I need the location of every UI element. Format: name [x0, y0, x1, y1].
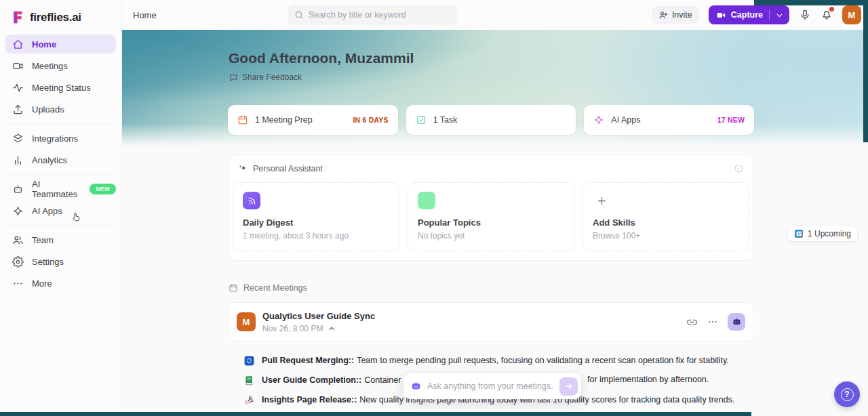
personal-assistant-section: Personal Assistant Daily Digest 1 meetin…	[228, 154, 754, 261]
sidebar-item-label: Settings	[32, 257, 64, 267]
microphone-icon	[799, 9, 811, 21]
add-skills-tile[interactable]: Add Skills Browse 100+	[583, 182, 749, 251]
bar-chart-icon	[12, 154, 24, 166]
sidebar-item-meeting-status[interactable]: Meeting Status	[5, 78, 116, 97]
card-label: 1 Meeting Prep	[255, 115, 313, 125]
askfred-button[interactable]	[728, 313, 745, 331]
app-window: fireflies.ai Home Meetings Meeting Statu…	[0, 0, 868, 416]
calendar-icon	[229, 283, 238, 293]
microphone-button[interactable]	[799, 9, 811, 21]
bot-icon	[12, 184, 24, 195]
search-input[interactable]	[288, 5, 458, 25]
section-title: Personal Assistant	[253, 164, 323, 173]
tile-subtitle: Browse 100+	[593, 231, 739, 241]
popular-topics-tile[interactable]: Popular Topics No topics yet	[408, 182, 574, 251]
upcoming-meetings-pill[interactable]: 1 Upcoming	[788, 226, 857, 241]
note-topic: Insights Page Release::	[262, 395, 357, 404]
chat-bubble-icon	[229, 73, 238, 82]
copy-link-button[interactable]	[686, 316, 698, 328]
ask-fred-bar	[403, 373, 581, 399]
note-text: User Guide Completion::Container user	[262, 375, 420, 385]
sidebar: fireflies.ai Home Meetings Meeting Statu…	[0, 0, 122, 416]
new-count-badge: 17 NEW	[717, 116, 745, 124]
ai-apps-card[interactable]: AI Apps 17 NEW	[584, 105, 754, 135]
green-square-icon	[418, 192, 435, 209]
daily-digest-tile[interactable]: Daily Digest 1 meeting, about 3 hours ag…	[233, 182, 399, 251]
sync-icon	[244, 356, 254, 366]
activity-icon	[12, 82, 24, 93]
section-title: Recent Meetings	[243, 283, 307, 293]
gear-icon	[12, 256, 24, 268]
greeting-title: Good Afternoon, Muzammil	[229, 50, 414, 66]
topbar-actions: Invite Capture	[652, 5, 861, 24]
meeting-actions	[686, 313, 745, 331]
person-plus-icon	[658, 10, 668, 20]
plus-icon	[593, 192, 610, 209]
search-box	[288, 5, 458, 25]
sidebar-item-home[interactable]: Home	[5, 35, 116, 54]
sparkle-icon	[12, 205, 24, 217]
sidebar-nav: Home Meetings Meeting Status Uploads Int…	[0, 35, 121, 293]
sidebar-item-label: Uploads	[32, 104, 64, 115]
share-feedback-link[interactable]: Share Feedback	[229, 72, 302, 82]
capture-main[interactable]: Capture	[709, 10, 769, 20]
main-area: Home Invite Capture	[122, 0, 868, 416]
more-options-button[interactable]	[707, 316, 718, 327]
sidebar-divider	[8, 123, 113, 124]
sidebar-item-team[interactable]: Team	[5, 230, 116, 249]
page-title: Home	[133, 10, 157, 20]
sidebar-item-more[interactable]: More	[5, 274, 116, 293]
user-avatar[interactable]: M	[842, 5, 861, 24]
tile-subtitle: No topics yet	[418, 231, 564, 241]
assistant-tiles: Daily Digest 1 meeting, about 3 hours ag…	[233, 182, 749, 251]
note-text: Pull Request Merging::Team to merge pend…	[262, 356, 729, 365]
invite-label: Invite	[672, 10, 692, 20]
meeting-title: Qualytics User Guide Sync	[262, 311, 375, 321]
task-card[interactable]: 1 Task	[406, 105, 576, 135]
artifact-strip-top	[754, 0, 868, 5]
sidebar-item-analytics[interactable]: Analytics	[5, 150, 116, 169]
search-icon	[294, 10, 304, 20]
sidebar-item-label: Integrations	[32, 133, 78, 144]
sidebar-item-uploads[interactable]: Uploads	[5, 100, 116, 119]
brand-logo[interactable]: fireflies.ai	[0, 0, 121, 24]
sidebar-item-label: AI Teammates	[32, 179, 77, 199]
send-arrow-icon	[564, 381, 574, 391]
rss-icon	[243, 192, 260, 209]
personal-assistant-header: Personal Assistant	[229, 155, 753, 173]
capture-button[interactable]: Capture	[709, 5, 789, 24]
ask-input[interactable]	[427, 381, 554, 391]
send-button[interactable]	[559, 377, 578, 396]
chevron-down-icon	[775, 11, 784, 20]
meeting-prep-card[interactable]: 1 Meeting Prep IN 6 DAYS	[228, 105, 398, 135]
sidebar-item-ai-teammates[interactable]: AI Teammates NEW	[5, 180, 116, 199]
video-camera-icon	[12, 60, 24, 72]
task-check-icon	[416, 115, 427, 125]
info-circle-icon[interactable]	[734, 163, 744, 173]
notifications-button[interactable]	[821, 9, 833, 21]
sidebar-item-ai-apps[interactable]: AI Apps	[5, 201, 116, 220]
help-button[interactable]: ?	[834, 381, 860, 407]
card-label: AI Apps	[611, 115, 640, 125]
sparkle-icon	[593, 115, 604, 125]
question-mark-icon: ?	[841, 388, 854, 401]
bot-icon	[732, 317, 742, 327]
sidebar-item-settings[interactable]: Settings	[5, 252, 116, 271]
fireflies-logo-icon	[11, 10, 25, 24]
chevron-up-icon[interactable]	[328, 325, 336, 333]
robot-icon	[410, 381, 422, 392]
sidebar-divider	[8, 174, 113, 175]
invite-button[interactable]: Invite	[652, 6, 699, 24]
brand-name: fireflies.ai	[30, 11, 81, 24]
sidebar-item-meetings[interactable]: Meetings	[5, 56, 116, 75]
camera-icon	[716, 10, 726, 20]
meeting-row[interactable]: M Qualytics User Guide Sync Nov 26, 8:00…	[228, 302, 754, 341]
people-icon	[12, 234, 24, 246]
sidebar-item-label: AI Apps	[32, 206, 62, 216]
sidebar-item-label: Analytics	[32, 155, 67, 165]
note-topic: User Guide Completion::	[262, 375, 361, 385]
sidebar-item-integrations[interactable]: Integrations	[5, 129, 116, 148]
recent-meetings-header: Recent Meetings	[229, 283, 307, 293]
due-badge: IN 6 DAYS	[353, 116, 388, 124]
capture-dropdown[interactable]	[769, 9, 789, 20]
